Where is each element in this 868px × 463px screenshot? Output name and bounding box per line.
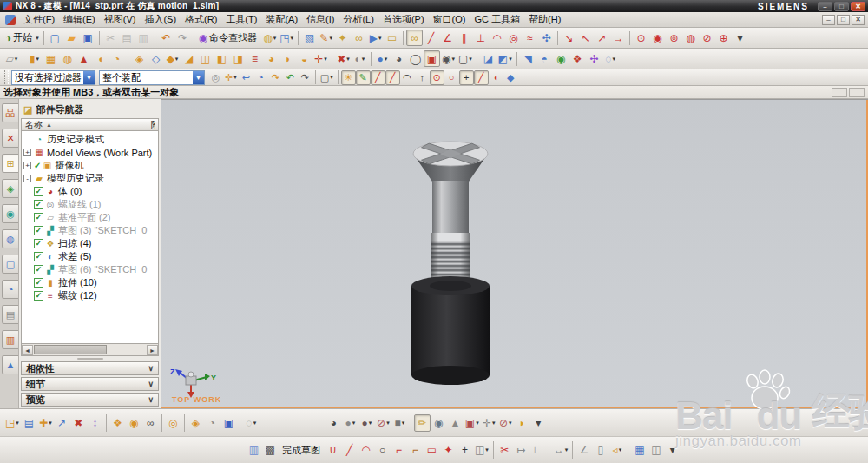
tree-item-thread[interactable]: ✓ ✓ ≡ 螺纹 (12) bbox=[34, 289, 158, 302]
menu-item[interactable]: 编辑(E) bbox=[59, 12, 100, 27]
lamp-button[interactable]: ▲ ▾ bbox=[447, 414, 464, 432]
move-handles-button[interactable]: ✛ ▾ bbox=[481, 414, 497, 432]
offset-face-button[interactable]: ◒ ▾ bbox=[296, 50, 312, 67]
section-view-button[interactable]: ◪ ▾ bbox=[480, 50, 496, 67]
shell-button[interactable]: ◫ ▾ bbox=[197, 50, 214, 67]
circle-box-button[interactable]: ◍ ▾ bbox=[682, 30, 699, 46]
extra-column-label[interactable]: 附 bbox=[148, 119, 155, 131]
marquee-style-button[interactable]: ▢ ▾ bbox=[319, 70, 335, 85]
menu-item[interactable]: GC 工具箱 bbox=[470, 12, 524, 27]
details-section[interactable]: 细节 ∨ bbox=[21, 377, 159, 391]
sketch-display-button[interactable]: ▩ ▾ bbox=[262, 441, 279, 459]
offset-curve-button[interactable]: ◫ ▾ bbox=[473, 441, 490, 459]
chamfer-sketch-button[interactable]: ⌐ ▾ bbox=[407, 441, 424, 459]
hole-button[interactable]: ◍ ▾ bbox=[59, 50, 76, 67]
circle-diameter-button[interactable]: ⊘ ▾ bbox=[699, 30, 715, 46]
customize-button[interactable]: ✎ ▾ bbox=[318, 30, 334, 46]
roles-tab[interactable]: ▥ bbox=[2, 330, 18, 349]
feature-checkbox[interactable]: ✓ bbox=[34, 213, 43, 222]
extrude-button[interactable]: ▮ ▾ bbox=[26, 50, 43, 67]
snap-tangent-toggle[interactable]: ╱ ▾ bbox=[474, 70, 489, 85]
save-button[interactable]: ▣ ▾ bbox=[80, 30, 96, 46]
arc-end-button[interactable]: ↖ ▾ bbox=[577, 30, 594, 46]
revolve-button[interactable]: ◖ ▾ bbox=[92, 50, 108, 67]
arc-start-button[interactable]: ↘ ▾ bbox=[561, 30, 577, 46]
measure-button[interactable]: ▭ ▾ bbox=[384, 30, 400, 46]
quick-trim-button[interactable]: ✂ ▾ bbox=[496, 441, 513, 459]
cut-button[interactable]: ✂ ▾ bbox=[102, 30, 119, 46]
standard-overflow-button[interactable]: ▾ ▾ bbox=[732, 30, 748, 46]
circle-tangent-button[interactable]: ⊕ ▾ bbox=[715, 30, 732, 46]
scroll-thumb[interactable] bbox=[34, 345, 107, 354]
snap-curve-toggle[interactable]: ◠ ▾ bbox=[400, 70, 415, 85]
face-analysis-button[interactable]: ◐ ▾ bbox=[352, 50, 368, 67]
wireframe-button[interactable]: ◯ ▾ bbox=[407, 50, 424, 67]
move-in-view-button[interactable]: ◥ ▾ bbox=[520, 50, 536, 67]
parallel-constraint-button[interactable]: ∥ ▾ bbox=[456, 30, 472, 46]
feature-checkbox[interactable]: ✓ bbox=[34, 239, 43, 248]
touch-mode-button[interactable]: ◳ ▾ bbox=[278, 30, 295, 46]
circle-center-button[interactable]: ⊙ ▾ bbox=[633, 30, 649, 46]
doc-minimize-button[interactable]: – bbox=[822, 15, 835, 25]
sketch-task-button[interactable]: ▥ ▾ bbox=[246, 441, 262, 459]
equal-length-button[interactable]: ≈ ▾ bbox=[522, 30, 538, 46]
tree-item-datum-plane[interactable]: ✓ ✓ ▱ 基准平面 (2) bbox=[34, 211, 158, 224]
snap-quadrant-toggle[interactable]: ○ ▾ bbox=[444, 70, 459, 85]
doc-close-button[interactable]: ✕ bbox=[852, 15, 865, 25]
constraints-display-button[interactable]: ❖ ▾ bbox=[569, 50, 586, 67]
line-constraint-button[interactable]: ╱ ▾ bbox=[423, 30, 439, 46]
wave-link-button[interactable]: ◎ ▾ bbox=[165, 414, 181, 432]
pattern-constraint-button[interactable]: ✣ ▾ bbox=[538, 30, 555, 46]
feature-checkbox[interactable]: ✓ bbox=[34, 200, 43, 209]
mirror-curve-button[interactable]: ◫ ▾ bbox=[648, 441, 664, 459]
snap-point-toggle[interactable]: ✳ ▾ bbox=[341, 70, 356, 85]
select-arrow-icon[interactable]: ▼ bbox=[193, 71, 204, 84]
tree-item-model-views[interactable]: + ✓ ✓ ▦ Model Views (Work Part) bbox=[23, 146, 158, 159]
tree-item-extrude[interactable]: ✓ ✓ ▮ 拉伸 (10) bbox=[34, 276, 158, 289]
make-corner-button[interactable]: ∟ ▾ bbox=[529, 441, 546, 459]
rapid-dimension-button[interactable]: ↔ ▾ bbox=[552, 441, 570, 459]
pattern-curve-button[interactable]: ▦ ▾ bbox=[631, 441, 648, 459]
thicken-button[interactable]: ◨ ▾ bbox=[230, 50, 247, 67]
menu-item[interactable]: 分析(L) bbox=[339, 12, 378, 27]
sketch-overflow-button[interactable]: ▾ ▾ bbox=[664, 441, 681, 459]
expand-toggle[interactable]: - bbox=[23, 175, 31, 182]
view-sync-button[interactable]: ∞ ▾ bbox=[351, 30, 367, 46]
shaded-button[interactable]: ◕ ▾ bbox=[391, 50, 407, 67]
remember-constraints-button[interactable]: ◈ ▾ bbox=[187, 414, 204, 432]
tree-item-sweep[interactable]: ✓ ✓ ❖ 扫掠 (4) bbox=[34, 237, 158, 250]
arc-flip-button[interactable]: ↗ ▾ bbox=[594, 30, 610, 46]
mate-constraint-button[interactable]: ↕ ▾ bbox=[87, 414, 103, 432]
selection-filter-select[interactable]: 没有选择过滤器 ▼ bbox=[11, 70, 95, 85]
add-component-button[interactable]: ✚ ▾ bbox=[37, 414, 54, 432]
start-button[interactable]: ◑ 开始 ▾ bbox=[3, 30, 41, 46]
visualization-toggle[interactable]: ✖ ▾ bbox=[335, 50, 352, 67]
fillet-button[interactable]: ⌐ ▾ bbox=[391, 441, 407, 459]
circle-radius-button[interactable]: ⊚ ▾ bbox=[666, 30, 682, 46]
paste-button[interactable]: ▥ ▾ bbox=[135, 30, 152, 46]
wave-geometry-button[interactable]: ◕ ▾ bbox=[263, 50, 279, 67]
rotate-orbit-button[interactable]: ◕ ▾ bbox=[326, 414, 342, 432]
selection-scope-select[interactable]: 整个装配 ▼ bbox=[99, 70, 205, 85]
redo-button[interactable]: ↷ ▾ bbox=[174, 30, 191, 46]
tree-item-history-mode[interactable]: ✓ ✓ ◔ 历史记录模式 bbox=[34, 133, 158, 146]
chevron-down-icon[interactable]: ∨ bbox=[148, 364, 154, 373]
sort-arrow-icon[interactable]: ▲ bbox=[46, 122, 52, 128]
minimize-button[interactable]: – bbox=[818, 2, 832, 11]
actor-button[interactable]: ◉ ▾ bbox=[431, 414, 447, 432]
feature-checkbox[interactable]: ✓ bbox=[34, 291, 43, 301]
snap-intersection-toggle[interactable]: + ▾ bbox=[459, 70, 474, 85]
zoom-window-button[interactable]: ▢ ▾ bbox=[457, 50, 474, 67]
history-tab[interactable]: ◔ bbox=[2, 280, 18, 299]
intersect-button[interactable]: ◆ ▾ bbox=[164, 50, 181, 67]
menu-item[interactable]: 文件(F) bbox=[19, 12, 59, 27]
wcs-triad[interactable]: Z Y bbox=[168, 364, 219, 399]
angle-constraint-button[interactable]: ∠ ▾ bbox=[439, 30, 456, 46]
select-arrow-icon[interactable]: ▼ bbox=[83, 71, 95, 84]
no-entry-button[interactable]: ⊘ ▾ bbox=[375, 414, 391, 432]
navigator-column-header[interactable]: 名称 ▲ 附 bbox=[21, 118, 159, 131]
tree-item-cameras[interactable]: + ✓ ✓ ▣ 摄像机 bbox=[23, 159, 158, 172]
3d-model-screw[interactable] bbox=[380, 122, 528, 400]
tree-item-model-history[interactable]: - ✓ ✓ ▰ 模型历史记录 bbox=[23, 172, 158, 185]
datum-csys-button[interactable]: ✛ ▾ bbox=[312, 50, 329, 67]
